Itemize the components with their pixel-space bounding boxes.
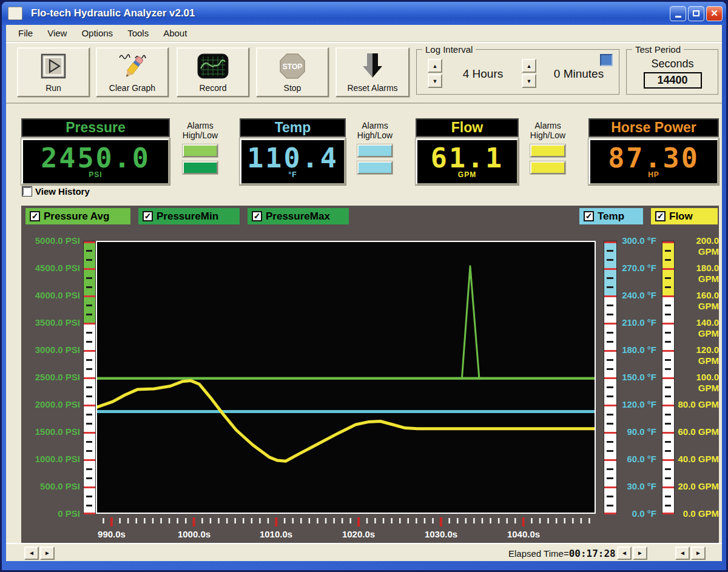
flow-low-alarm-button[interactable] — [530, 161, 565, 174]
temp-value: 110.4 — [247, 144, 338, 172]
axis-tick-label: 60.0 °F — [619, 454, 656, 465]
pressure-low-alarm-button[interactable] — [183, 161, 218, 174]
pressure-high-alarm-button[interactable] — [183, 144, 218, 157]
minimize-button[interactable] — [670, 6, 686, 21]
axis-tick-label: 90.0 °F — [619, 426, 656, 437]
pressure-alarms: Alarms High/Low — [179, 121, 221, 174]
checkbox-checked-icon: ✓ — [143, 211, 153, 221]
minor-tick — [607, 441, 613, 443]
horsepower-value: 87.30 — [608, 144, 699, 172]
scroll-left-button[interactable]: ◄ — [24, 547, 39, 560]
major-tick — [662, 459, 674, 461]
legend-pressure-max[interactable]: ✓ PressureMax — [248, 208, 349, 224]
view-history-checkbox[interactable]: View History — [22, 186, 90, 197]
zoom-left-button[interactable]: ◄ — [675, 547, 690, 560]
flow-high-alarm-button[interactable] — [530, 144, 565, 157]
temp-high-alarm-button[interactable] — [357, 144, 393, 157]
major-tick — [604, 241, 616, 243]
minimize-icon — [675, 16, 681, 18]
reset-alarms-button[interactable]: Reset Alarms — [335, 47, 410, 97]
temp-alarms: Alarms High/Low — [354, 121, 396, 174]
menu-file[interactable]: File — [11, 26, 40, 40]
axis-tick-label: 180.0 GPM — [675, 263, 719, 274]
gpm-scale-bar — [662, 241, 675, 514]
minor-tick — [607, 277, 613, 279]
menu-view[interactable]: View — [40, 26, 74, 40]
axis-tick-label: 160.0 GPM — [675, 290, 719, 301]
axis-tick-label: 180.0 °F — [619, 345, 656, 355]
window-title: Flo-tech Hydraulic Analyzer v2.01 — [31, 7, 668, 19]
log-interval-label: Log Interval — [422, 44, 476, 55]
menu-tools[interactable]: Tools — [120, 26, 156, 40]
axis-tick-label: 2000.0 PSI — [21, 399, 80, 410]
scroll-right-button[interactable]: ► — [40, 547, 55, 560]
minor-tick — [665, 386, 671, 388]
minor-tick — [665, 450, 671, 452]
minor-tick — [607, 259, 613, 261]
flow-alarms: Alarms High/Low — [527, 121, 569, 174]
temp-display: Temp 110.4 °F — [240, 118, 346, 185]
major-tick — [662, 323, 674, 325]
stop-button[interactable]: STOP Stop — [256, 47, 329, 97]
pressure-unit: PSI — [89, 170, 102, 179]
major-tick — [604, 323, 616, 325]
pan-left-button[interactable]: ◄ — [617, 547, 632, 560]
x-tick-label: 1040.0s — [496, 529, 551, 539]
run-button[interactable]: Run — [17, 47, 90, 97]
checkbox-checked-icon: ✓ — [584, 211, 594, 221]
checkbox-checked-icon: ✓ — [30, 211, 40, 221]
minor-tick — [86, 468, 92, 470]
major-tick — [84, 268, 95, 270]
legend-label: Pressure Avg — [44, 210, 109, 223]
minor-tick — [607, 368, 613, 370]
temp-low-alarm-button[interactable] — [357, 161, 393, 174]
minor-tick — [86, 359, 92, 361]
minor-tick — [607, 450, 613, 452]
pan-right-button[interactable]: ► — [633, 547, 647, 560]
minor-tick — [86, 341, 92, 343]
app-icon — [8, 7, 22, 20]
major-tick — [662, 486, 674, 488]
axis-tick-label: 240.0 °F — [619, 290, 656, 301]
axis-tick-label: 0 PSI — [21, 508, 80, 519]
legend-pressure-avg[interactable]: ✓ Pressure Avg — [25, 208, 130, 224]
minutes-up-button[interactable]: ▲ — [522, 59, 536, 73]
legend-pressure-min[interactable]: ✓ PressureMin — [138, 208, 240, 224]
x-tick-label: 1020.0s — [331, 529, 386, 539]
x-tick-label: 1000.0s — [167, 529, 221, 539]
axis-tick-label: 60.0 GPM — [675, 426, 719, 437]
log-indicator[interactable] — [600, 54, 613, 66]
eraser-icon — [115, 49, 150, 83]
major-tick — [604, 486, 616, 488]
axis-tick-label: 80.0 GPM — [675, 399, 719, 410]
test-period-value: 14400 — [644, 72, 702, 89]
psi-scale-bar — [83, 241, 96, 514]
maximize-button[interactable] — [688, 6, 704, 21]
zoom-right-button[interactable]: ► — [691, 547, 706, 560]
minutes-down-button[interactable]: ▼ — [522, 74, 536, 88]
minor-tick — [607, 332, 613, 334]
major-tick — [84, 377, 95, 379]
record-button[interactable]: Record — [177, 47, 249, 97]
hours-up-button[interactable]: ▲ — [428, 59, 442, 73]
major-tick — [84, 432, 95, 434]
clear-graph-button[interactable]: Clear Graph — [96, 47, 169, 97]
menu-options[interactable]: Options — [74, 26, 120, 40]
close-button[interactable]: ✕ — [706, 6, 723, 21]
minor-tick — [86, 477, 92, 479]
menu-about[interactable]: About — [156, 26, 194, 40]
legend-temp[interactable]: ✓ Temp — [579, 208, 643, 224]
elapsed-time: Elapsed Time=00:17:28 — [508, 548, 616, 559]
legend-flow[interactable]: ✓ Flow — [651, 208, 718, 224]
hours-down-button[interactable]: ▼ — [428, 74, 442, 88]
flow-value: 61.1 — [431, 144, 504, 172]
minor-tick — [607, 414, 613, 416]
axis-tick-label: 2500.0 PSI — [21, 372, 80, 383]
minor-tick — [665, 477, 671, 479]
temp-scale-bar — [604, 241, 617, 514]
toolbar: Run Clear — [6, 42, 722, 104]
axis-tick-label: 140.0 GPM — [675, 317, 719, 328]
minor-tick — [607, 386, 613, 388]
run-icon — [41, 49, 66, 83]
axis-tick-label: 270.0 °F — [619, 263, 656, 274]
